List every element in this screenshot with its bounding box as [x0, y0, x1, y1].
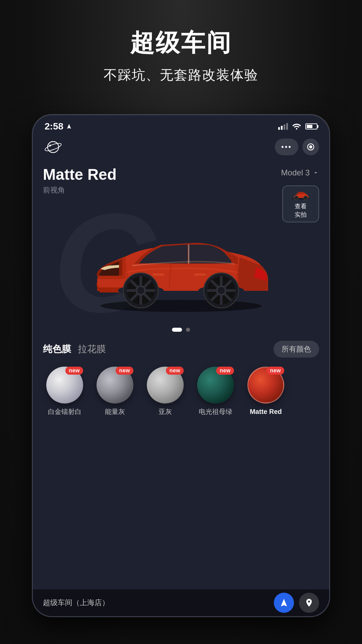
wifi-icon [292, 123, 301, 130]
tab-brushed-film[interactable]: 拉花膜 [78, 340, 113, 358]
page-dot-1[interactable] [172, 328, 182, 332]
record-icon [306, 142, 315, 152]
color-swatches: new 白金镭射白 new 能量灰 new 亚灰 new [33, 362, 329, 423]
color-item-matte-red[interactable]: new Matte Red [244, 367, 288, 416]
color-label-matte-red: Matte Red [250, 407, 282, 416]
more-dots: ••• [281, 143, 292, 151]
sub-title: 不踩坑、无套路改装体验 [0, 66, 362, 84]
svg-point-9 [101, 300, 261, 312]
battery-icon [305, 123, 317, 129]
car-illustration [67, 202, 295, 316]
swatch-wrapper-white-gold: new [46, 367, 83, 404]
svg-rect-31 [194, 273, 206, 276]
app-header: ••• [33, 133, 329, 162]
status-bar: 2:58 [33, 115, 329, 133]
svg-point-5 [310, 146, 312, 148]
model-selector[interactable]: Model 3 [281, 168, 319, 177]
car-info-left: Matte Red 前视角 [43, 165, 117, 195]
svg-point-2 [44, 142, 62, 152]
color-item-energy-gray[interactable]: new 能量灰 [93, 367, 137, 416]
main-title: 超级车间 [0, 27, 362, 59]
swatch-wrapper-energy-gray: new [97, 367, 133, 404]
model-name: Model 3 [281, 168, 310, 177]
top-section: 超级车间 不踩坑、无套路改装体验 [0, 27, 362, 84]
swatch-wrapper-teal-green: new [197, 367, 234, 404]
location-icon [304, 598, 314, 607]
color-label-energy-gray: 能量灰 [105, 407, 125, 416]
color-label-teal-green: 电光祖母绿 [199, 407, 232, 416]
photo-preview-button[interactable]: 查看 实拍 [282, 185, 319, 222]
new-badge-sub-gray: new [166, 367, 184, 375]
svg-point-21 [137, 286, 145, 294]
new-badge-teal-green: new [216, 367, 234, 375]
navigation-button[interactable] [274, 593, 294, 613]
more-button[interactable]: ••• [275, 139, 298, 155]
secondary-nav-button[interactable] [299, 593, 319, 613]
svg-point-3 [49, 145, 51, 147]
signal-icon [278, 123, 288, 130]
thumbnail-car-icon [289, 189, 312, 202]
color-item-white-gold[interactable]: new 白金镭射白 [43, 367, 86, 416]
page-dot-2[interactable] [186, 328, 190, 332]
film-tabs: 纯色膜 拉花膜 所有颜色 [33, 337, 329, 362]
status-right [278, 123, 317, 130]
location-text: 超级车间（上海店） [43, 598, 269, 608]
new-badge-white-gold: new [65, 367, 83, 375]
svg-point-7 [294, 196, 298, 200]
svg-point-0 [296, 128, 298, 130]
time-display: 2:58 [45, 121, 63, 132]
new-badge-energy-gray: new [116, 367, 133, 375]
tab-solid-film[interactable]: 纯色膜 [43, 340, 78, 358]
all-colors-button[interactable]: 所有颜色 [274, 341, 319, 358]
svg-point-8 [304, 196, 308, 200]
new-badge-matte-red: new [266, 367, 284, 375]
header-actions: ••• [275, 139, 319, 155]
bottom-bar: 超级车间（上海店） [33, 589, 329, 616]
svg-rect-30 [153, 273, 164, 276]
swatch-wrapper-matte-red: new [247, 367, 284, 404]
battery-fill [307, 125, 312, 128]
navigate-icon [279, 598, 289, 607]
car-title-row: Matte Red 前视角 Model 3 [43, 165, 319, 195]
svg-point-29 [217, 286, 225, 294]
record-button[interactable] [302, 139, 319, 155]
car-angle: 前视角 [43, 185, 117, 195]
color-label-sub-gray: 亚灰 [159, 407, 172, 416]
location-arrow-icon [66, 123, 72, 129]
swatch-wrapper-sub-gray: new [147, 367, 184, 404]
logo-icon [44, 138, 62, 156]
color-item-sub-gray[interactable]: new 亚灰 [143, 367, 187, 416]
pagination [33, 323, 329, 337]
app-logo [43, 137, 63, 157]
color-label-white-gold: 白金镭射白 [48, 407, 81, 416]
car-name: Matte Red [43, 165, 117, 183]
car-section: Matte Red 前视角 Model 3 查看 实拍 [33, 162, 329, 195]
photo-preview-text: 查看 实拍 [295, 202, 307, 219]
phone-mockup: 2:58 [32, 114, 330, 617]
color-item-teal-green[interactable]: new 电光祖母绿 [194, 367, 237, 416]
status-time: 2:58 [45, 121, 72, 132]
chevron-down-icon [312, 169, 319, 176]
